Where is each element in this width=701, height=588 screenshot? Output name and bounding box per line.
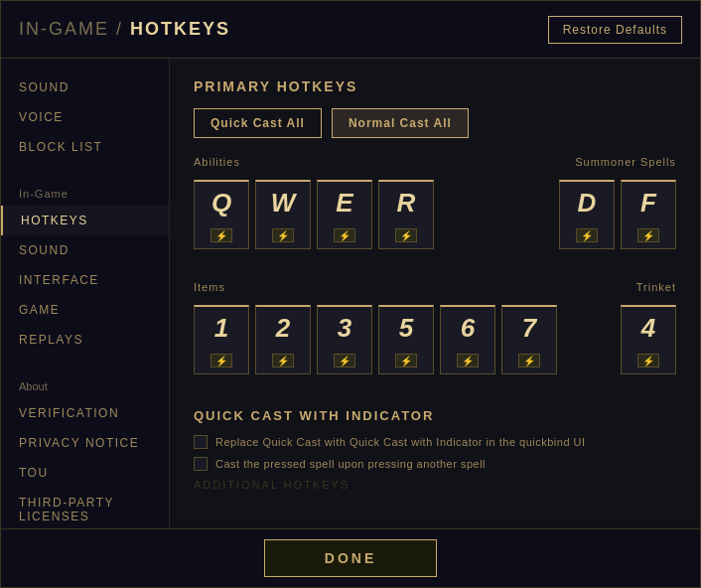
footer: DONE	[1, 528, 700, 587]
app-container: IN-GAME / HOTKEYS Restore Defaults SOUND…	[0, 0, 701, 588]
key-q-letter: Q	[211, 190, 231, 216]
key-tile-5[interactable]: 5 ⚡	[378, 305, 434, 374]
checkbox-1[interactable]	[194, 435, 208, 449]
checkbox-2-label: Cast the pressed spell upon pressing ano…	[215, 458, 486, 470]
restore-defaults-button[interactable]: Restore Defaults	[548, 16, 682, 44]
key-6-icon: ⚡	[457, 354, 479, 368]
key-tile-4[interactable]: 4 ⚡	[621, 305, 676, 374]
key-1-icon: ⚡	[210, 354, 232, 368]
key-tile-r[interactable]: R ⚡	[378, 180, 434, 249]
key-d-icon: ⚡	[576, 228, 598, 242]
sidebar-item-hotkeys[interactable]: HOTKEYS	[1, 206, 169, 235]
key-e-letter: E	[336, 190, 352, 216]
additional-hotkeys-label: ADDITIONAL HOTKEYS	[194, 479, 676, 491]
key-w-icon: ⚡	[272, 228, 294, 242]
sidebar-item-verification[interactable]: VERIFICATION	[1, 398, 169, 428]
primary-hotkeys-title: PRIMARY HOTKEYS	[194, 78, 676, 94]
key-2-letter: 2	[276, 315, 290, 341]
sidebar-item-sound[interactable]: SOUND	[1, 235, 169, 265]
key-f-letter: F	[640, 190, 656, 216]
sidebar-item-sound-top[interactable]: SOUND	[1, 73, 169, 102]
sidebar-item-voice[interactable]: VOICE	[1, 102, 169, 132]
key-tile-q[interactable]: Q ⚡	[194, 180, 249, 249]
main-content: PRIMARY HOTKEYS Quick Cast All Normal Ca…	[170, 59, 700, 528]
key-w-letter: W	[271, 190, 296, 216]
key-tile-1[interactable]: 1 ⚡	[194, 305, 249, 374]
items-trinket-labels: Items Trinket	[194, 281, 676, 301]
done-button[interactable]: DONE	[264, 539, 437, 577]
key-7-letter: 7	[522, 315, 536, 341]
in-game-label: In-Game	[1, 182, 169, 206]
key-5-letter: 5	[399, 315, 413, 341]
key-tile-2[interactable]: 2 ⚡	[255, 305, 311, 374]
page-title: HOTKEYS	[130, 19, 230, 39]
sidebar-item-block-list[interactable]: BLOCK LIST	[1, 132, 169, 162]
trinket-keys: 4 ⚡	[621, 305, 676, 374]
sidebar-item-third-party[interactable]: THIRD-PARTY LICENSES	[1, 488, 169, 528]
abilities-summoner-labels: Abilities Summoner Spells	[194, 156, 676, 176]
summoner-keys: D ⚡ F ⚡	[559, 180, 676, 249]
key-tile-w[interactable]: W ⚡	[255, 180, 311, 249]
key-tile-d[interactable]: D ⚡	[559, 180, 615, 249]
key-7-icon: ⚡	[518, 354, 540, 368]
sidebar-item-interface[interactable]: INTERFACE	[1, 265, 169, 295]
header: IN-GAME / HOTKEYS Restore Defaults	[1, 1, 700, 59]
key-3-letter: 3	[338, 315, 351, 341]
summoner-spells-label: Summoner Spells	[575, 156, 676, 168]
about-label: About	[1, 374, 169, 398]
key-d-letter: D	[578, 190, 597, 216]
key-5-icon: ⚡	[395, 354, 417, 368]
key-tile-3[interactable]: 3 ⚡	[317, 305, 372, 374]
checkbox-2[interactable]	[194, 457, 208, 471]
breadcrumb: IN-GAME /	[19, 19, 130, 39]
checkbox-row-1: Replace Quick Cast with Quick Cast with …	[194, 435, 676, 449]
key-4-icon: ⚡	[637, 354, 659, 368]
header-title: IN-GAME / HOTKEYS	[19, 19, 230, 40]
checkbox-row-2: Cast the pressed spell upon pressing ano…	[194, 457, 676, 471]
sidebar-item-game[interactable]: GAME	[1, 295, 169, 325]
key-r-icon: ⚡	[395, 228, 417, 242]
ability-keys: Q ⚡ W ⚡ E ⚡ R ⚡	[194, 180, 434, 249]
key-3-icon: ⚡	[334, 354, 355, 368]
key-q-icon: ⚡	[210, 228, 232, 242]
normal-cast-all-button[interactable]: Normal Cast All	[332, 108, 469, 138]
trinket-label: Trinket	[636, 281, 676, 293]
sidebar: SOUND VOICE BLOCK LIST In-Game HOTKEYS S…	[1, 59, 170, 528]
abilities-label: Abilities	[194, 156, 240, 168]
key-e-icon: ⚡	[334, 228, 355, 242]
key-2-icon: ⚡	[272, 354, 294, 368]
cast-buttons: Quick Cast All Normal Cast All	[194, 108, 676, 138]
checkbox-1-label: Replace Quick Cast with Quick Cast with …	[215, 436, 586, 448]
sidebar-item-tou[interactable]: TOU	[1, 458, 169, 488]
sidebar-item-replays[interactable]: REPLAYS	[1, 325, 169, 355]
key-r-letter: R	[397, 190, 416, 216]
item-keys: 1 ⚡ 2 ⚡ 3 ⚡ 5 ⚡	[194, 305, 557, 374]
key-4-letter: 4	[641, 315, 655, 341]
key-6-letter: 6	[461, 315, 475, 341]
items-label: Items	[194, 281, 225, 293]
key-tile-e[interactable]: E ⚡	[317, 180, 372, 249]
key-tile-f[interactable]: F ⚡	[621, 180, 676, 249]
key-tile-7[interactable]: 7 ⚡	[501, 305, 557, 374]
key-f-icon: ⚡	[637, 228, 659, 242]
key-tile-6[interactable]: 6 ⚡	[440, 305, 495, 374]
key-1-letter: 1	[214, 315, 228, 341]
quick-cast-all-button[interactable]: Quick Cast All	[194, 108, 322, 138]
sidebar-item-privacy-notice[interactable]: PRIVACY NOTICE	[1, 428, 169, 458]
body: SOUND VOICE BLOCK LIST In-Game HOTKEYS S…	[1, 59, 700, 528]
quick-cast-indicator-title: QUICK CAST WITH INDICATOR	[194, 408, 676, 423]
